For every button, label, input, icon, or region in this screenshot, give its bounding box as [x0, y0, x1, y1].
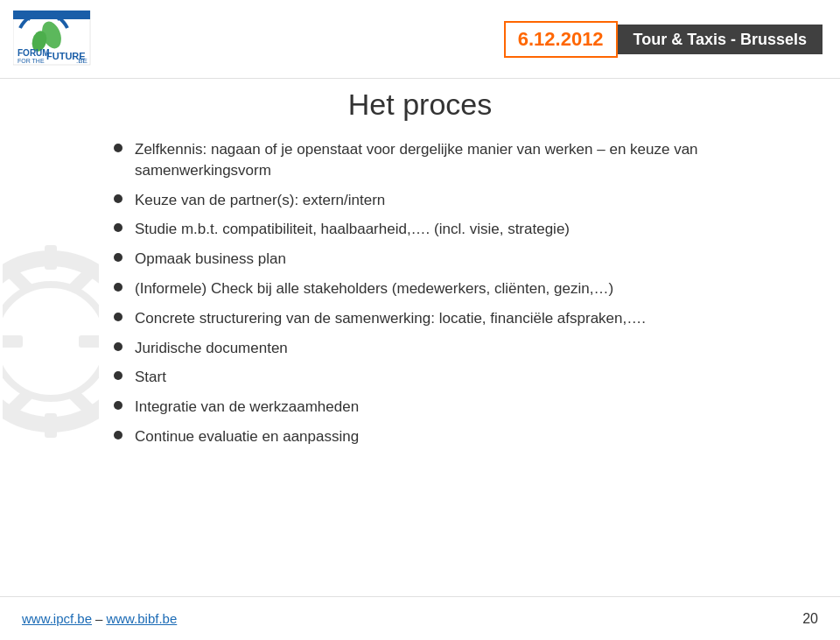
list-item-text: Zelfkennis: nagaan of je openstaat voor …: [135, 139, 805, 181]
list-item-text: Integratie van de werkzaamheden: [135, 397, 359, 418]
list-item: Studie m.b.t. compatibiliteit, haalbaarh…: [114, 219, 805, 240]
svg-text:FOR THE: FOR THE: [18, 58, 45, 64]
list-item: Concrete structurering van de samenwerki…: [114, 308, 805, 329]
page-title: Het proces: [35, 88, 805, 122]
list-item-text: Concrete structurering van de samenwerki…: [135, 308, 646, 329]
list-item: Integratie van de werkzaamheden: [114, 397, 805, 418]
list-item: Keuze van de partner(s): extern/intern: [114, 190, 805, 211]
list-item-text: Start: [135, 367, 166, 388]
list-item-text: Continue evaluatie en aanpassing: [135, 426, 359, 447]
list-item-text: Studie m.b.t. compatibiliteit, haalbaarh…: [135, 219, 570, 240]
list-item: Juridische documenten: [114, 338, 805, 359]
forum-future-logo: FORUM FOR THE FUTURE .BE: [13, 11, 92, 67]
bullet-dot-icon: [114, 283, 122, 292]
footer-link-bibf[interactable]: www.bibf.be: [106, 611, 177, 626]
event-badge: 6.12.2012 Tour & Taxis - Brussels: [504, 21, 822, 58]
bullet-dot-icon: [114, 223, 122, 232]
list-item: Continue evaluatie en aanpassing: [114, 426, 805, 447]
footer: www.ipcf.be – www.bibf.be 20: [0, 596, 840, 640]
footer-links: www.ipcf.be – www.bibf.be: [22, 611, 177, 626]
logo-container: FORUM FOR THE FUTURE .BE: [13, 11, 92, 67]
svg-rect-12: [3, 335, 23, 348]
footer-link-ipcf[interactable]: www.ipcf.be: [22, 611, 92, 626]
bullet-dot-icon: [114, 194, 122, 203]
event-date: 6.12.2012: [504, 21, 618, 58]
list-item-text: Juridische documenten: [135, 338, 288, 359]
list-item: (Informele) Check bij alle stakeholders …: [114, 278, 805, 299]
list-item: Zelfkennis: nagaan of je openstaat voor …: [114, 139, 805, 181]
header: FORUM FOR THE FUTURE .BE 6.12.2012 Tour …: [0, 0, 840, 79]
bullet-dot-icon: [114, 401, 122, 410]
svg-point-18: [29, 320, 73, 363]
svg-text:FORUM: FORUM: [18, 48, 50, 58]
main-content: Het proces Zelfkennis: nagaan of je open…: [0, 79, 840, 596]
bullet-dot-icon: [114, 371, 122, 380]
footer-separator: –: [95, 611, 102, 626]
svg-text:.BE: .BE: [76, 57, 88, 65]
svg-rect-13: [79, 335, 99, 348]
event-venue: Tour & Taxis - Brussels: [618, 25, 822, 54]
gear-background: [0, 79, 101, 604]
list-item-text: Opmaak business plan: [135, 249, 286, 270]
list-item-text: (Informele) Check bij alle stakeholders …: [135, 278, 613, 299]
svg-rect-11: [45, 413, 57, 438]
list-item: Opmaak business plan: [114, 249, 805, 270]
list-item: Start: [114, 367, 805, 388]
list-item-text: Keuze van de partner(s): extern/intern: [135, 190, 385, 211]
bullet-dot-icon: [114, 342, 122, 351]
bullet-dot-icon: [114, 144, 122, 152]
svg-rect-10: [45, 245, 57, 270]
bullet-list: Zelfkennis: nagaan of je openstaat voor …: [114, 139, 805, 447]
page-number: 20: [802, 611, 818, 627]
bullet-dot-icon: [114, 313, 122, 321]
bullet-dot-icon: [114, 431, 122, 440]
bullet-dot-icon: [114, 253, 122, 262]
